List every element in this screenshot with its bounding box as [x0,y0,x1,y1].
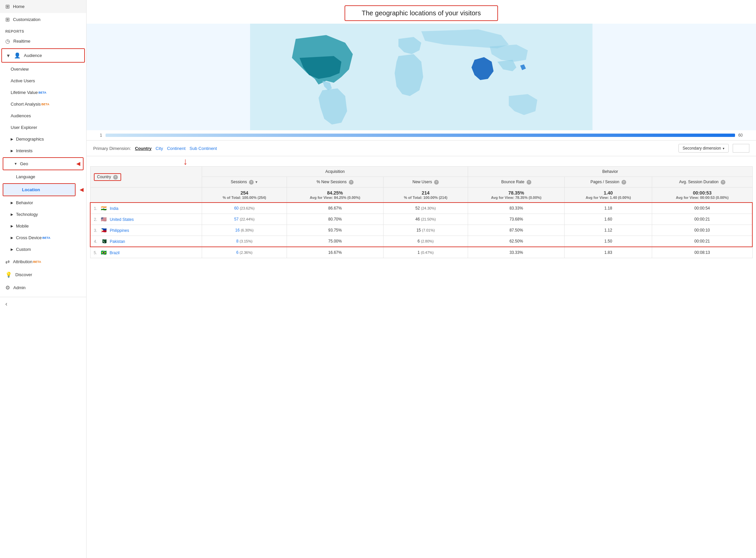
table-row: 4. 🇵🇰 Pakistan 8 (3.15%) 75.00% 6 (2.80%… [90,236,752,247]
sidebar-item-geo[interactable]: ▼ Geo [3,158,75,170]
scale-bar: 1 60 [86,130,756,140]
pages-session-cell: 1.60 [565,214,652,225]
country-flag: 🇵🇰 [101,238,107,244]
pages-session-cell: 1.18 [565,203,652,214]
sidebar-item-overview[interactable]: Overview [0,63,86,75]
total-bounce-rate: 78.35% Avg for View: 78.35% (0.00%) [468,187,565,203]
reports-section-label: REPORTS [0,26,86,35]
data-table: Country ? Acquisition Behavior Sessions … [90,166,753,258]
sidebar-item-home[interactable]: ⊞ Home [0,0,86,13]
new-users-cell: 46 (21.50%) [383,214,468,225]
sidebar-item-label: Language [16,174,35,179]
avg-session-help-icon[interactable]: ? [721,180,725,184]
total-sessions: 254 % of Total: 100.00% (254) [202,187,287,203]
bounce-rate-cell: 73.68% [468,214,565,225]
sidebar-item-label: Mobile [16,224,29,229]
sessions-cell: 16 (6.30%) [202,225,287,236]
sidebar: ⊞ Home ⊞ Customization REPORTS ◷ Realtim… [0,0,86,558]
sessions-help-icon[interactable]: ? [249,180,254,184]
sidebar-item-interests[interactable]: ▶ Interests [0,145,86,157]
new-users-help-icon[interactable]: ? [434,180,439,184]
total-pages-session: 1.40 Avg for View: 1.40 (0.00%) [565,187,652,203]
sidebar-item-attribution[interactable]: ⇄ Attribution BETA [0,255,86,268]
geo-arrow-indicator: ◄ [75,160,83,168]
sidebar-item-customization[interactable]: ⊞ Customization [0,13,86,26]
sidebar-item-mobile[interactable]: ▶ Mobile [0,220,86,232]
new-users-cell: 52 (24.30%) [383,203,468,214]
country-flag: 🇵🇭 [101,228,107,233]
sidebar-item-location[interactable]: Location [3,184,75,196]
col-pct-new-sessions: % New Sessions ? [287,177,383,187]
dimension-city[interactable]: City [156,146,163,151]
sidebar-item-active-users[interactable]: Active Users [0,75,86,86]
sidebar-item-user-explorer[interactable]: User Explorer [0,122,86,133]
sessions-cell: 57 (22.44%) [202,214,287,225]
country-name-link[interactable]: India [110,206,118,211]
down-arrow-annotation: ↓ [183,156,188,167]
sidebar-item-label: Lifetime Value [11,90,37,95]
realtime-icon: ◷ [5,38,10,44]
col-sessions: Sessions ? ▼ [202,177,287,187]
pct-new-sessions-help-icon[interactable]: ? [349,180,354,184]
country-name-link[interactable]: Pakistan [110,239,125,244]
customization-icon: ⊞ [5,16,10,23]
sessions-cell: 60 (23.62%) [202,203,287,214]
country-name-link[interactable]: Brazil [110,251,119,255]
dimension-sub-continent[interactable]: Sub Continent [189,146,217,151]
beta-badge-attribution: BETA [33,260,41,263]
sidebar-item-cross-device[interactable]: ▶ Cross Device BETA [0,232,86,244]
sidebar-item-custom[interactable]: ▶ Custom [0,244,86,255]
sidebar-item-label: Geo [20,161,28,166]
sidebar-item-label: Overview [11,67,29,72]
sidebar-item-label: User Explorer [11,125,37,130]
beta-badge-cross-device: BETA [42,236,50,239]
page-title-box: The geographic locations of your visitor… [345,5,498,21]
sidebar-item-language[interactable]: Language [0,171,86,182]
pages-session-cell: 1.50 [565,236,652,247]
world-map-svg [86,24,756,130]
sidebar-item-demographics[interactable]: ▶ Demographics [0,133,86,145]
sidebar-item-discover[interactable]: 💡 Discover [0,268,86,281]
country-name-link[interactable]: Philippines [110,228,129,233]
sidebar-item-cohort-analysis[interactable]: Cohort Analysis BETA [0,98,86,110]
sidebar-item-admin[interactable]: ⚙ Admin [0,281,86,294]
table-row: 5. 🇧🇷 Brazil 6 (2.36%) 16.67% 1 (0.47%) … [90,247,752,258]
new-users-cell: 15 (7.01%) [383,225,468,236]
sidebar-item-technology[interactable]: ▶ Technology [0,208,86,220]
country-help-icon[interactable]: ? [113,175,118,180]
sidebar-item-audience[interactable]: ▼ 👤 Audience [2,49,84,62]
sidebar-item-label: Discover [15,272,32,277]
dimension-continent[interactable]: Continent [167,146,186,151]
bounce-rate-cell: 83.33% [468,203,565,214]
country-flag: 🇺🇸 [101,217,107,222]
primary-dimension-label: Primary Dimension: [93,146,131,151]
sort-icon[interactable]: ▼ [255,180,258,184]
new-users-cell: 1 (0.47%) [383,247,468,258]
pages-session-help-icon[interactable]: ? [622,180,626,184]
sidebar-item-lifetime-value[interactable]: Lifetime Value BETA [0,86,86,98]
sidebar-item-realtime[interactable]: ◷ Realtime [0,35,86,48]
admin-icon: ⚙ [5,284,10,291]
sidebar-item-audiences[interactable]: Audiences [0,110,86,122]
sidebar-item-label: Cohort Analysis [11,102,40,107]
col-header-country: Country ? [90,167,202,187]
col-avg-session: Avg. Session Duration ? [652,177,752,187]
table-body: 1. 🇮🇳 India 60 (23.62%) 86.67% 52 (24.30… [90,203,752,258]
pct-new-sessions-cell: 16.67% [287,247,383,258]
country-name-link[interactable]: United States [110,217,134,222]
collapse-sidebar-button[interactable]: ‹ [5,301,7,307]
pct-new-sessions-cell: 93.75% [287,225,383,236]
sidebar-item-label: Cross Device [16,235,42,240]
audience-icon: ▼ [6,53,11,58]
bounce-rate-help-icon[interactable]: ? [526,180,531,184]
country-cell: 5. 🇧🇷 Brazil [90,247,202,258]
dimension-country[interactable]: Country [135,146,152,151]
avg-session-cell: 00:00:10 [652,225,752,236]
behavior-header: Behavior [468,167,752,177]
search-box-placeholder[interactable] [733,144,749,153]
beta-badge-lifetime: BETA [38,91,46,94]
sidebar-item-label: Location [22,187,40,192]
sidebar-item-behavior[interactable]: ▶ Behavior [0,197,86,208]
secondary-dimension-button[interactable]: Secondary dimension ▾ [678,144,729,153]
sessions-cell: 8 (3.15%) [202,236,287,247]
